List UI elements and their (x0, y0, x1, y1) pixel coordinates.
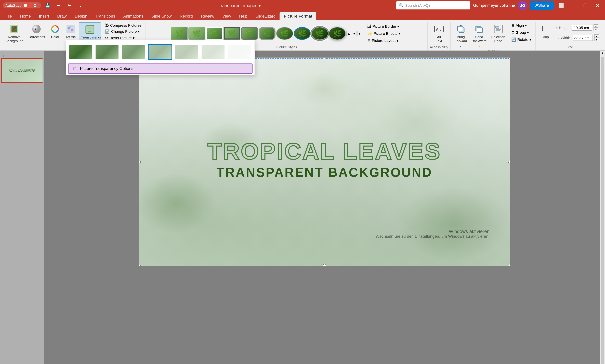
bring-forward-arrow[interactable]: ▾ (452, 44, 469, 49)
corrections-btn[interactable]: ☀ Corrections (26, 22, 47, 40)
tab-file[interactable]: File (1, 12, 16, 20)
picture-effects-btn[interactable]: ✨ Picture Effects ▾ (365, 30, 402, 37)
style-thumb-7[interactable]: 🌿 (276, 27, 293, 40)
quick-access-more[interactable]: ⌄ (76, 1, 84, 10)
align-btn[interactable]: ⊞ Align ▾ (509, 22, 533, 29)
search-bar[interactable]: 🔍 Search (Alt+Q) (396, 1, 470, 10)
scrollbar-right[interactable]: ▲ ▼ (600, 51, 605, 364)
slide-canvas[interactable]: TROPICAL LEAVES TRANSPARENT BACKGROUND W… (139, 57, 510, 266)
close-btn[interactable]: ✕ (593, 1, 602, 10)
tab-transitions[interactable]: Transitions (91, 12, 119, 20)
remove-background-btn[interactable]: RemoveBackground (3, 22, 25, 45)
effects-icon: ✨ (367, 31, 372, 36)
size-group-label: Size (538, 45, 602, 50)
transparency-95[interactable] (227, 44, 252, 60)
height-up[interactable]: ▲ (593, 24, 598, 28)
style-thumb-1[interactable]: 🌿 (171, 27, 188, 40)
group-btn[interactable]: ⊡ Group ▾ (509, 29, 533, 36)
ribbon-display-btn[interactable]: ⬜ (556, 1, 566, 10)
gallery-scroll-down[interactable]: ▼ (352, 31, 357, 36)
picture-layout-btn[interactable]: ⊞ Picture Layout ▾ (365, 37, 402, 44)
width-down[interactable]: ▼ (594, 38, 599, 41)
style-thumb-5[interactable]: 🌿 (241, 27, 258, 40)
group-icon: ⊡ (511, 30, 514, 35)
tab-record[interactable]: Record (176, 12, 197, 20)
tab-design[interactable]: Design (71, 12, 91, 20)
minimize-btn[interactable]: — (568, 1, 578, 10)
layout-icon: ⊞ (367, 38, 370, 43)
picture-format-buttons: 🖼 Picture Border ▾ ✨ Picture Effects ▾ ⊞… (365, 23, 402, 44)
compress-pictures-btn[interactable]: 🗜 Compress Pictures (103, 22, 143, 28)
selection-pane-btn[interactable]: SelectionPane (489, 22, 507, 45)
redo-btn[interactable]: ↪ (65, 1, 74, 10)
scroll-thumb[interactable] (601, 57, 604, 364)
autosave-toggle[interactable]: AutoSave Off (3, 2, 41, 8)
user-avatar[interactable]: JG (518, 1, 527, 10)
color-btn[interactable]: Color (48, 22, 63, 40)
transparency-0[interactable] (68, 44, 92, 60)
tab-slidelizard[interactable]: SlideLizard (252, 12, 280, 20)
align-icon: ⊞ (511, 23, 514, 28)
send-backward-btn[interactable]: SendBackward ▾ (470, 22, 489, 49)
transparency-options-grid (66, 42, 255, 62)
send-backward-icon (474, 24, 485, 34)
rotate-btn[interactable]: 🔄 Rotate ▾ (509, 37, 533, 43)
style-thumb-10[interactable]: 🌿 (329, 27, 346, 40)
tab-animations[interactable]: Animations (119, 12, 147, 20)
share-button[interactable]: ↗ Share (530, 1, 554, 10)
tab-insert[interactable]: Insert (35, 12, 53, 20)
transparency-65[interactable] (174, 44, 199, 60)
transparency-15[interactable] (95, 44, 119, 60)
thumb-overlay-30 (122, 45, 145, 59)
crop-btn[interactable]: Crop (538, 22, 553, 40)
tab-picture-format[interactable]: Picture Format (280, 12, 316, 20)
tab-help[interactable]: Help (235, 12, 252, 20)
height-row: ↕ Height: ▲ ▼ (555, 24, 600, 32)
tab-review[interactable]: Review (197, 12, 218, 20)
style-thumb-2[interactable]: 🌿 (188, 27, 205, 40)
width-up[interactable]: ▲ (594, 34, 599, 38)
send-backward-top[interactable]: SendBackward (470, 22, 489, 44)
height-down[interactable]: ▼ (593, 28, 598, 31)
transparency-options-label: Picture Transparency Options... (80, 66, 137, 71)
alt-text-btn[interactable]: Alt AltText (432, 22, 447, 45)
transparency-30[interactable] (121, 44, 145, 60)
picture-transparency-options-btn[interactable]: ◻ Picture Transparency Options... (68, 64, 253, 74)
change-picture-btn[interactable]: 🔄 Change Picture ▾ (103, 28, 143, 35)
arrange-small-buttons: ⊞ Align ▾ ⊡ Group ▾ 🔄 Rotate ▾ (509, 22, 533, 43)
crop-icon (540, 24, 551, 34)
transparency-btn[interactable]: ◻ Transparency (79, 22, 101, 41)
title-bar: AutoSave Off 💾 ↩ ↪ ⌄ transparent-images … (0, 0, 605, 11)
autosave-indicator[interactable] (23, 3, 32, 8)
tab-home[interactable]: Home (16, 12, 35, 20)
style-thumb-3[interactable]: 🌿 (206, 27, 223, 40)
style-thumb-8[interactable]: 🌿 (294, 27, 311, 40)
scroll-up-btn[interactable]: ▲ (600, 51, 605, 55)
slide-thumb-1[interactable]: TROPICAL LEAVES TRANSPARENT BACKGROUND (1, 58, 42, 83)
tab-draw[interactable]: Draw (53, 12, 71, 20)
svg-text:Alt: Alt (436, 27, 441, 32)
height-input[interactable] (572, 25, 592, 31)
send-backward-arrow[interactable]: ▾ (470, 44, 489, 49)
gallery-scroll-up[interactable]: ▲ (346, 31, 351, 36)
transparency-80[interactable] (201, 44, 225, 60)
style-thumb-9[interactable]: 🌿 (311, 27, 328, 40)
gallery-expand[interactable]: ▾ (357, 31, 362, 36)
maximize-btn[interactable]: ☐ (581, 1, 590, 10)
tab-view[interactable]: View (218, 12, 235, 20)
height-label: ↕ Height: (556, 26, 571, 30)
save-quick-btn[interactable]: 💾 (44, 1, 52, 10)
undo-btn[interactable]: ↩ (55, 1, 63, 10)
corrections-icon: ☀ (31, 24, 42, 34)
picture-border-btn[interactable]: 🖼 Picture Border ▾ (365, 23, 402, 29)
style-thumb-4[interactable]: 🌿 (223, 27, 240, 40)
windows-activate-text: Windows aktivieren (376, 229, 489, 234)
width-input[interactable] (573, 35, 593, 41)
bring-forward-top[interactable]: BringForward (452, 22, 469, 44)
send-backward-label: SendBackward (472, 35, 487, 43)
bring-forward-btn[interactable]: BringForward ▾ (452, 22, 469, 49)
titlebar-left: AutoSave Off 💾 ↩ ↪ ⌄ (3, 1, 84, 10)
tab-slideshow[interactable]: Slide Show (147, 12, 176, 20)
transparency-50[interactable] (148, 44, 172, 60)
style-thumb-6[interactable]: 🌿 (259, 27, 275, 40)
